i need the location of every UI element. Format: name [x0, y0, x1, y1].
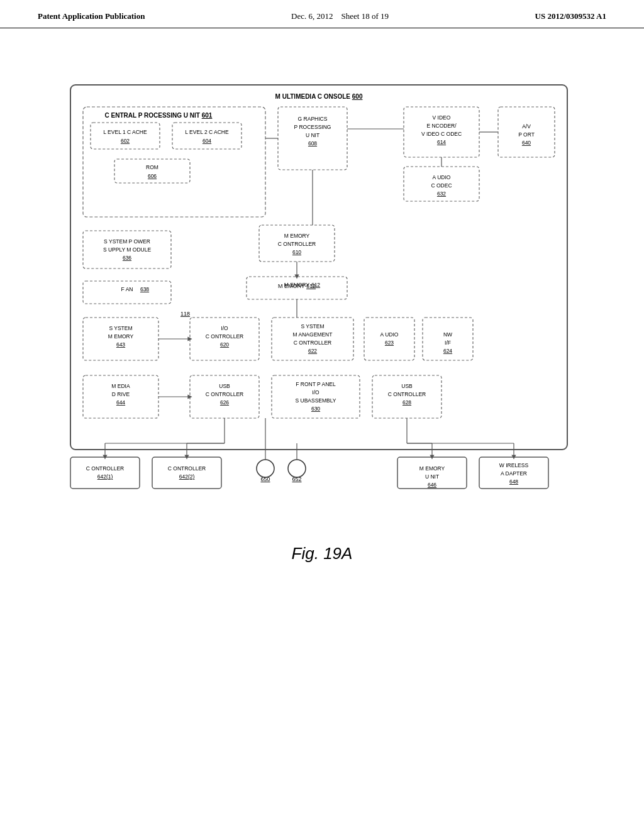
header-center-info: Dec. 6, 2012 Sheet 18 of 19 — [291, 11, 389, 21]
l2cache-num: 604 — [203, 138, 211, 144]
ctrl-642-2-label1: C ONTROLLER — [168, 465, 206, 472]
mem-ctrl-label1: M EMORY — [284, 233, 310, 239]
usb-ctrl-626-label2: C ONTROLLER — [206, 391, 243, 397]
audio-623-box — [364, 318, 414, 360]
front-panel-label1: F RONT P ANEL — [296, 381, 336, 387]
video-enc-label2: E NCODER/ — [426, 123, 457, 129]
gpu-label3: U NIT — [306, 132, 319, 138]
l1cache-num: 602 — [121, 138, 130, 144]
nw-if-label2: I/F — [445, 340, 451, 346]
usb-ctrl-626-num: 626 — [220, 399, 229, 406]
patent-diagram: text { font-family: Arial, sans-serif; f… — [52, 66, 592, 506]
av-port-label: A/V — [522, 123, 531, 130]
audio-623-label1: A UDIO — [380, 331, 399, 338]
audio-codec-label2: C ODEC — [431, 182, 452, 189]
ctrl-642-2-num: 642(2) — [179, 473, 195, 480]
wireless-label1: W IRELESS — [499, 462, 529, 468]
usb-ctrl-626-label1: USB — [219, 383, 230, 389]
circle-650 — [257, 460, 274, 477]
sys-mgmt-label3: C ONTROLLER — [294, 340, 331, 346]
header-date: Dec. 6, 2012 — [291, 11, 333, 21]
ctrl-642-1-label1: C ONTROLLER — [86, 465, 124, 472]
mem-unit-num: 646 — [428, 482, 436, 488]
mem-unit-label1: M EMORY — [419, 465, 445, 472]
media-drive-label2: D RIVE — [112, 391, 130, 397]
sys-power-label2: S UPPLY M ODULE — [103, 246, 152, 253]
gpu-label1: G RAPHICS — [298, 116, 328, 122]
diagram-wrapper: text { font-family: Arial, sans-serif; f… — [38, 66, 606, 506]
sys-mgmt-label2: M ANAGEMENT — [293, 331, 333, 338]
front-panel-label2: I/O — [312, 389, 319, 396]
av-port-label2: P ORT — [518, 131, 535, 138]
gpu-label2: P ROCESSING — [294, 124, 331, 130]
header-patent-number: US 2012/0309532 A1 — [535, 11, 606, 21]
label-118: 118 — [180, 311, 190, 317]
sys-mem-label2: M EMORY — [108, 333, 134, 340]
usb-ctrl-628-label2: C ONTROLLER — [388, 391, 426, 397]
sys-mem-num: 643 — [116, 341, 125, 348]
mem-ctrl-num: 610 — [292, 249, 301, 255]
media-drive-num: 644 — [116, 399, 125, 406]
nw-if-num: 624 — [443, 348, 452, 354]
sys-power-num: 636 — [123, 255, 131, 261]
front-panel-label3: S UBASSEMBLY — [295, 397, 336, 404]
page-header: Patent Application Publication Dec. 6, 2… — [0, 0, 644, 28]
main-content: text { font-family: Arial, sans-serif; f… — [0, 28, 644, 576]
nw-if-label1: NW — [443, 331, 452, 338]
wireless-num: 648 — [509, 479, 518, 485]
l1cache-label: L EVEL 1 C ACHE — [103, 129, 147, 135]
audio-codec-num: 632 — [437, 191, 446, 197]
io-ctrl-label2: C ONTROLLER — [206, 333, 243, 340]
ctrl-642-1-num: 642(1) — [97, 473, 113, 480]
sys-power-label1: S YSTEM P OWER — [104, 238, 150, 245]
sys-mem-label1: S YSTEM — [109, 325, 132, 331]
av-port-num: 640 — [522, 140, 531, 146]
wireless-label2: A DAPTER — [501, 470, 527, 477]
gpu-num: 608 — [308, 140, 317, 147]
fan-num: 638 — [140, 286, 149, 292]
io-ctrl-num: 620 — [220, 341, 229, 348]
video-enc-num: 614 — [437, 139, 446, 145]
l2cache-box — [172, 123, 242, 149]
rom-box — [114, 159, 190, 183]
media-drive-label1: M EDIA — [111, 383, 130, 389]
io-ctrl-label1: I/O — [221, 325, 228, 331]
circle-652-label: 652 — [292, 476, 301, 482]
fan-label: F AN — [121, 286, 133, 292]
rom-label: ROM — [146, 164, 158, 170]
sys-mgmt-label1: S YSTEM — [301, 323, 324, 329]
l1cache-box — [91, 123, 160, 149]
memory-label-fix: M EMORY 612 — [278, 283, 316, 289]
header-publication-label: Patent Application Publication — [38, 11, 145, 21]
ctrl-642-2-box — [152, 457, 221, 489]
mem-ctrl-label2: C ONTROLLER — [278, 241, 316, 247]
audio-623-num: 623 — [385, 340, 394, 346]
video-enc-label1: V IDEO — [433, 114, 451, 121]
circle-652 — [288, 460, 306, 477]
ctrl-642-1-box — [70, 457, 140, 489]
rom-num: 606 — [148, 173, 157, 179]
l2cache-label: L EVEL 2 C ACHE — [185, 129, 229, 135]
cpu-label: C ENTRAL P ROCESSING U NIT 601 — [105, 112, 213, 119]
front-panel-num: 630 — [311, 406, 320, 412]
sys-mgmt-num: 622 — [308, 348, 317, 354]
usb-ctrl-628-num: 628 — [402, 399, 411, 406]
video-enc-label3: V IDEO C ODEC — [421, 131, 462, 137]
figure-caption: Fig. 19A — [38, 544, 606, 563]
mem-unit-label2: U NIT — [425, 473, 439, 480]
console-title: M ULTIMEDIA C ONSOLE 600 — [275, 93, 363, 100]
audio-codec-label: A UDIO — [433, 174, 451, 180]
circle-650-label: 650 — [260, 476, 270, 482]
header-sheet: Sheet 18 of 19 — [341, 11, 389, 21]
usb-ctrl-628-label1: USB — [401, 383, 413, 389]
